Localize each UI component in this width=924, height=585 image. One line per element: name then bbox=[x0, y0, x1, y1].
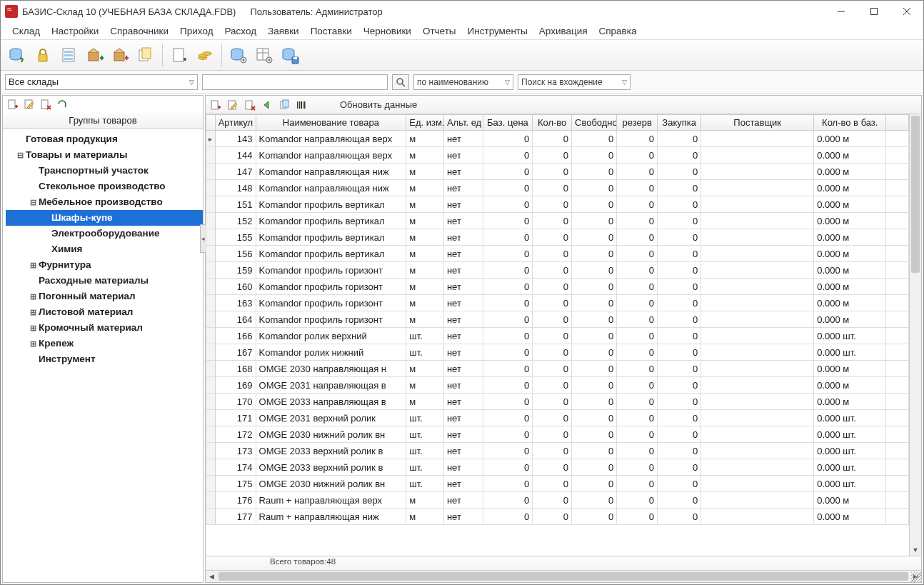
column-header[interactable]: Альт. ед bbox=[443, 115, 483, 131]
coins-button[interactable] bbox=[193, 43, 217, 67]
tree-item[interactable]: ⊟Товары и материалы bbox=[6, 147, 203, 163]
minimize-button[interactable] bbox=[825, 1, 858, 22]
table-row[interactable]: 174OMGE 2033 верхний ролик вшт.нет000000… bbox=[206, 459, 909, 476]
table-row[interactable]: 172OMGE 2030 нижний ролик вншт.нет000000… bbox=[206, 426, 909, 443]
table-row[interactable]: 152Komandor профиль вертикалмнет000000.0… bbox=[206, 213, 909, 229]
menu-item-справочники[interactable]: Справочники bbox=[104, 24, 174, 38]
scroll-down-icon[interactable]: ▼ bbox=[910, 544, 921, 556]
menu-item-настройки[interactable]: Настройки bbox=[46, 24, 104, 38]
tree-item[interactable]: ⊞Крепеж bbox=[6, 336, 203, 351]
table-row[interactable]: ▸143Komandor направляющая верхмнет000000… bbox=[206, 131, 909, 147]
table-row[interactable]: 168OMGE 2030 направляющая нмнет000000.00… bbox=[206, 361, 909, 377]
tree-item[interactable]: Химия bbox=[6, 241, 203, 257]
scroll-left-icon[interactable]: ◀ bbox=[206, 571, 217, 582]
column-header[interactable]: Свободно bbox=[572, 115, 617, 131]
table-row[interactable]: 177Raum + направляющая нижмнет000000.000… bbox=[206, 509, 909, 525]
table-row[interactable]: 170OMGE 2033 направляющая вмнет000000.00… bbox=[206, 394, 909, 410]
tree-expander-icon[interactable]: ⊟ bbox=[16, 147, 24, 163]
tree-item[interactable]: Инструмент bbox=[6, 351, 203, 367]
hscroll-thumb[interactable] bbox=[219, 572, 908, 581]
table-row[interactable]: 176Raum + направляющая верхмнет000000.00… bbox=[206, 492, 909, 509]
menu-item-расход[interactable]: Расход bbox=[219, 24, 263, 38]
column-header[interactable]: Поставщик bbox=[701, 115, 814, 131]
table-row[interactable]: 169OMGE 2031 направляющая вмнет000000.00… bbox=[206, 377, 909, 394]
menu-item-заявки[interactable]: Заявки bbox=[262, 24, 305, 38]
tree-expander-icon[interactable]: ⊞ bbox=[29, 257, 37, 273]
scroll-thumb[interactable] bbox=[911, 116, 920, 273]
menu-item-архивация[interactable]: Архивация bbox=[533, 24, 593, 38]
table-row[interactable]: 144Komandor направляющая верхмнет000000.… bbox=[206, 147, 909, 164]
tree-item[interactable]: ⊞Фурнитура bbox=[6, 257, 203, 273]
menu-item-инструменты[interactable]: Инструменты bbox=[462, 24, 533, 38]
product-groups-tree[interactable]: Готовая продукция⊟Товары и материалыТран… bbox=[3, 129, 203, 582]
tree-add-button[interactable] bbox=[6, 97, 20, 111]
search-mode-select[interactable]: по наименованию▽ bbox=[413, 74, 513, 90]
tree-item[interactable]: Транспортный участок bbox=[6, 163, 203, 179]
menu-item-склад[interactable]: Склад bbox=[6, 24, 46, 38]
tree-expander-icon[interactable]: ⊞ bbox=[29, 289, 37, 304]
tree-item[interactable]: ⊞Кромочный материал bbox=[6, 320, 203, 336]
row-edit-button[interactable] bbox=[226, 98, 240, 112]
products-grid[interactable]: АртикулНаименование товараЕд. изм.Альт. … bbox=[206, 114, 909, 525]
column-header[interactable]: Кол-во в баз. bbox=[814, 115, 886, 131]
menu-item-приход[interactable]: Приход bbox=[174, 24, 219, 38]
lock-button[interactable] bbox=[31, 43, 55, 67]
column-header[interactable]: Наименование товара bbox=[256, 115, 406, 131]
doc-grid-button[interactable] bbox=[56, 43, 81, 67]
grid-gear-button[interactable] bbox=[252, 43, 276, 67]
horizontal-scrollbar[interactable]: ◀ ▶ bbox=[206, 570, 921, 582]
menu-item-поставки[interactable]: Поставки bbox=[305, 24, 358, 38]
vertical-scrollbar[interactable]: ▲ ▼ bbox=[909, 114, 921, 556]
table-row[interactable]: 163Komandor профиль горизонтмнет000000.0… bbox=[206, 295, 909, 311]
multi-doc-button[interactable] bbox=[134, 43, 158, 67]
back-button[interactable] bbox=[260, 98, 274, 112]
column-header[interactable]: Закупка bbox=[658, 115, 701, 131]
db-refresh-button[interactable] bbox=[5, 43, 29, 67]
tree-item[interactable]: Шкафы-купе bbox=[6, 210, 203, 226]
tree-refresh-button[interactable] bbox=[55, 97, 69, 111]
collapse-left-handle[interactable]: ◂ bbox=[200, 224, 206, 253]
table-row[interactable]: 173OMGE 2033 верхний ролик вшт.нет000000… bbox=[206, 443, 909, 459]
column-header[interactable] bbox=[206, 115, 216, 131]
tree-expander-icon[interactable]: ⊞ bbox=[29, 336, 37, 351]
table-row[interactable]: 160Komandor профиль горизонтмнет000000.0… bbox=[206, 279, 909, 295]
tree-expander-icon[interactable]: ⊞ bbox=[29, 304, 37, 320]
maximize-button[interactable] bbox=[858, 1, 890, 22]
pkg-out-button[interactable] bbox=[108, 43, 132, 67]
close-button[interactable] bbox=[890, 1, 923, 22]
search-button[interactable] bbox=[392, 74, 409, 90]
search-match-select[interactable]: Поиск на вхождение▽ bbox=[518, 74, 631, 90]
doc-plus-button[interactable] bbox=[167, 43, 191, 67]
tree-del-button[interactable] bbox=[39, 97, 53, 111]
tree-expander-icon[interactable]: ⊟ bbox=[29, 194, 37, 210]
table-row[interactable]: 159Komandor профиль горизонтмнет000000.0… bbox=[206, 262, 909, 279]
column-header[interactable]: резерв bbox=[617, 115, 658, 131]
table-row[interactable]: 155Komandor профиль вертикалмнет000000.0… bbox=[206, 229, 909, 246]
column-header[interactable]: Ед. изм. bbox=[406, 115, 444, 131]
column-header[interactable]: Баз. цена bbox=[483, 115, 533, 131]
warehouse-select[interactable]: Все склады ▽ bbox=[5, 74, 198, 90]
table-row[interactable]: 171OMGE 2031 верхний роликшт.нет000000.0… bbox=[206, 410, 909, 426]
tree-item[interactable]: Расходные материалы bbox=[6, 273, 203, 289]
table-row[interactable]: 147Komandor направляющая нижмнет000000.0… bbox=[206, 164, 909, 180]
menu-item-черновики[interactable]: Черновики bbox=[358, 24, 417, 38]
tree-item[interactable]: Стекольное производство bbox=[6, 179, 203, 194]
menu-item-отчеты[interactable]: Отчеты bbox=[417, 24, 462, 38]
table-row[interactable]: 164Komandor профиль горизонтмнет000000.0… bbox=[206, 311, 909, 328]
search-input[interactable] bbox=[202, 74, 388, 90]
barcode-button[interactable] bbox=[294, 98, 308, 112]
db-save-button[interactable] bbox=[278, 43, 302, 67]
table-row[interactable]: 166Komandor ролик верхнийшт.нет000000.00… bbox=[206, 328, 909, 344]
tree-edit-button[interactable] bbox=[22, 97, 36, 111]
table-row[interactable]: 156Komandor профиль вертикалмнет000000.0… bbox=[206, 246, 909, 262]
db-gear-button[interactable] bbox=[226, 43, 251, 67]
tree-expander-icon[interactable]: ⊞ bbox=[29, 320, 37, 336]
row-del-button[interactable] bbox=[243, 98, 257, 112]
column-header[interactable]: Кол-во bbox=[533, 115, 572, 131]
tree-item[interactable]: ⊞Листовой материал bbox=[6, 304, 203, 320]
table-row[interactable]: 175OMGE 2030 нижний ролик вншт.нет000000… bbox=[206, 476, 909, 492]
column-header[interactable]: Артикул bbox=[215, 115, 256, 131]
tree-item[interactable]: Готовая продукция bbox=[6, 131, 203, 147]
table-row[interactable]: 167Komandor ролик нижнийшт.нет000000.000… bbox=[206, 344, 909, 361]
copy-button[interactable] bbox=[277, 98, 291, 112]
